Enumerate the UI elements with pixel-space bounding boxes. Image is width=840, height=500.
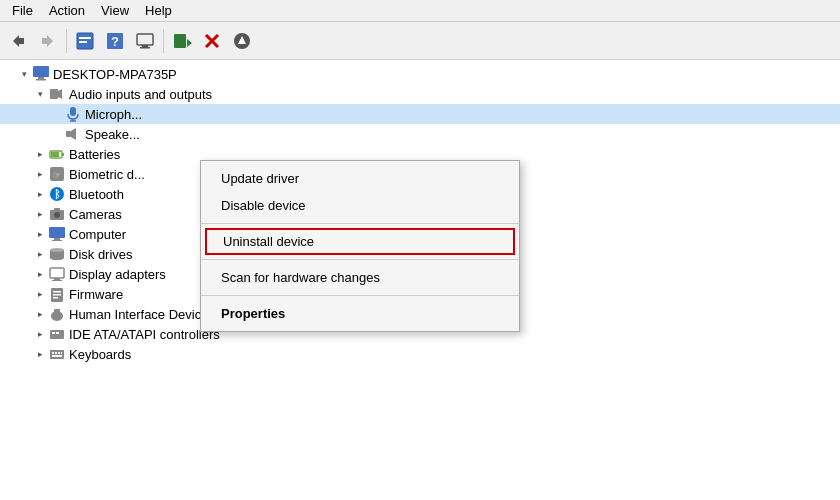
display-button[interactable] bbox=[131, 27, 159, 55]
svg-rect-19 bbox=[38, 77, 44, 79]
svg-text:☞: ☞ bbox=[53, 170, 61, 180]
expand-display[interactable]: ▸ bbox=[32, 266, 48, 282]
svg-rect-38 bbox=[49, 227, 65, 238]
update-driver-button[interactable] bbox=[228, 27, 256, 55]
svg-rect-58 bbox=[55, 352, 57, 354]
context-properties[interactable]: Properties bbox=[201, 300, 519, 327]
audio-icon bbox=[48, 85, 66, 103]
context-sep-2 bbox=[201, 259, 519, 260]
svg-rect-48 bbox=[53, 291, 61, 293]
svg-rect-20 bbox=[36, 79, 46, 81]
biometric-icon: ☞ bbox=[48, 165, 66, 183]
svg-rect-23 bbox=[70, 107, 76, 116]
svg-rect-9 bbox=[137, 34, 153, 45]
svg-rect-61 bbox=[52, 355, 62, 357]
menu-file[interactable]: File bbox=[4, 1, 41, 20]
tree-item-audio[interactable]: ▾ Audio inputs and outputs bbox=[0, 84, 840, 104]
root-label: DESKTOP-MPA735P bbox=[53, 67, 177, 82]
expand-root[interactable]: ▾ bbox=[16, 66, 32, 82]
tree-item-microphone[interactable]: ▸ Microph... bbox=[0, 104, 840, 124]
expand-batteries[interactable]: ▸ bbox=[32, 146, 48, 162]
svg-rect-26 bbox=[66, 131, 71, 137]
microphone-label: Microph... bbox=[85, 107, 142, 122]
menu-view[interactable]: View bbox=[93, 1, 137, 20]
svg-rect-55 bbox=[56, 332, 59, 334]
keyboard-label: Keyboards bbox=[69, 347, 131, 362]
context-sep-3 bbox=[201, 295, 519, 296]
expand-firmware[interactable]: ▸ bbox=[32, 286, 48, 302]
display-icon bbox=[48, 265, 66, 283]
speaker-icon bbox=[64, 125, 82, 143]
svg-text:?: ? bbox=[111, 34, 119, 49]
expand-ide[interactable]: ▸ bbox=[32, 326, 48, 342]
svg-rect-21 bbox=[50, 89, 58, 99]
firmware-label: Firmware bbox=[69, 287, 123, 302]
svg-rect-5 bbox=[79, 37, 91, 39]
batteries-label: Batteries bbox=[69, 147, 120, 162]
expand-disk[interactable]: ▸ bbox=[32, 246, 48, 262]
bluetooth-icon: ᛒ bbox=[48, 185, 66, 203]
svg-rect-59 bbox=[58, 352, 60, 354]
tree-item-root[interactable]: ▾ DESKTOP-MPA735P bbox=[0, 64, 840, 84]
toolbar-sep-1 bbox=[66, 29, 67, 53]
svg-rect-60 bbox=[61, 352, 62, 354]
context-disable-device[interactable]: Disable device bbox=[201, 192, 519, 219]
svg-marker-27 bbox=[71, 128, 76, 140]
svg-rect-40 bbox=[52, 240, 62, 241]
firmware-icon bbox=[48, 285, 66, 303]
expand-cameras[interactable]: ▸ bbox=[32, 206, 48, 222]
svg-rect-54 bbox=[52, 332, 55, 334]
svg-rect-57 bbox=[52, 352, 54, 354]
expand-keyboard[interactable]: ▸ bbox=[32, 346, 48, 362]
audio-label: Audio inputs and outputs bbox=[69, 87, 212, 102]
expand-computer[interactable]: ▸ bbox=[32, 226, 48, 242]
svg-rect-37 bbox=[54, 208, 60, 211]
svg-rect-44 bbox=[50, 268, 64, 278]
display-label: Display adapters bbox=[69, 267, 166, 282]
biometric-label: Biometric d... bbox=[69, 167, 145, 182]
ide-label: IDE ATA/ATAPI controllers bbox=[69, 327, 220, 342]
svg-marker-2 bbox=[47, 35, 53, 47]
svg-marker-22 bbox=[58, 89, 62, 99]
context-uninstall-device[interactable]: Uninstall device bbox=[205, 228, 515, 255]
help-button[interactable]: ? bbox=[101, 27, 129, 55]
uninstall-button[interactable] bbox=[198, 27, 226, 55]
svg-rect-12 bbox=[174, 34, 186, 48]
expand-hid[interactable]: ▸ bbox=[32, 306, 48, 322]
keyboard-icon bbox=[48, 345, 66, 363]
speaker-label: Speake... bbox=[85, 127, 140, 142]
expand-audio[interactable]: ▾ bbox=[32, 86, 48, 102]
svg-rect-53 bbox=[50, 330, 64, 339]
forward-button[interactable] bbox=[34, 27, 62, 55]
main-content: ▾ DESKTOP-MPA735P ▾ Audio inputs bbox=[0, 60, 840, 500]
cameras-label: Cameras bbox=[69, 207, 122, 222]
svg-rect-52 bbox=[54, 309, 60, 314]
menu-bar: File Action View Help bbox=[0, 0, 840, 22]
svg-point-43 bbox=[50, 248, 64, 252]
svg-rect-3 bbox=[42, 38, 47, 44]
properties-button[interactable] bbox=[71, 27, 99, 55]
tree-item-speaker[interactable]: ▸ Speake... bbox=[0, 124, 840, 144]
disk-icon bbox=[48, 245, 66, 263]
svg-rect-39 bbox=[54, 238, 60, 240]
computer-node-icon bbox=[48, 225, 66, 243]
context-update-driver[interactable]: Update driver bbox=[201, 165, 519, 192]
expand-biometric[interactable]: ▸ bbox=[32, 166, 48, 182]
svg-marker-13 bbox=[187, 39, 192, 47]
expand-bluetooth[interactable]: ▸ bbox=[32, 186, 48, 202]
context-sep-1 bbox=[201, 223, 519, 224]
back-button[interactable] bbox=[4, 27, 32, 55]
menu-action[interactable]: Action bbox=[41, 1, 93, 20]
menu-help[interactable]: Help bbox=[137, 1, 180, 20]
scan-button[interactable] bbox=[168, 27, 196, 55]
svg-point-36 bbox=[54, 212, 60, 218]
context-menu: Update driver Disable device Uninstall d… bbox=[200, 160, 520, 332]
tree-item-keyboard[interactable]: ▸ Keyboards bbox=[0, 344, 840, 364]
computer-label: Computer bbox=[69, 227, 126, 242]
toolbar: ? bbox=[0, 22, 840, 60]
battery-icon bbox=[48, 145, 66, 163]
camera-icon bbox=[48, 205, 66, 223]
context-scan-hardware[interactable]: Scan for hardware changes bbox=[201, 264, 519, 291]
svg-rect-46 bbox=[52, 280, 62, 281]
ide-icon bbox=[48, 325, 66, 343]
